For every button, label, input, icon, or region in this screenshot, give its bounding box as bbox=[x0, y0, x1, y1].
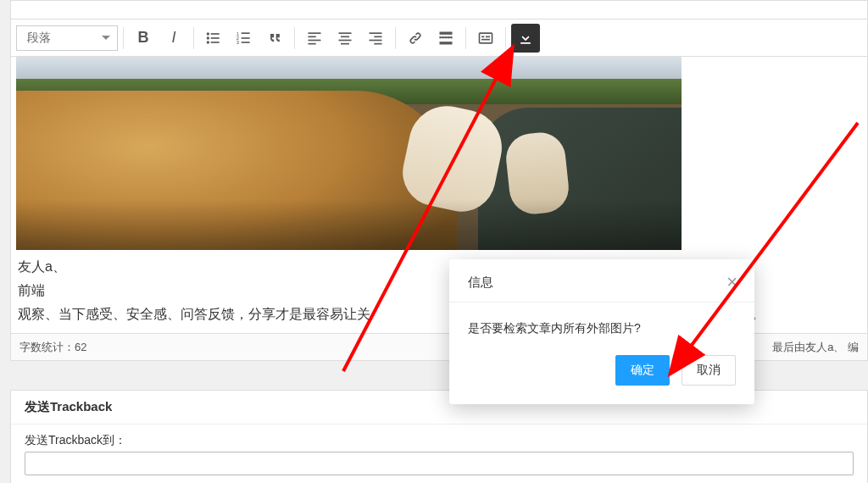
dialog-close-button[interactable]: × bbox=[726, 273, 737, 291]
list-ul-icon bbox=[205, 30, 222, 47]
align-right-icon bbox=[367, 30, 384, 47]
align-right-button[interactable] bbox=[361, 24, 390, 53]
trackback-field-label: 发送Trackback到： bbox=[25, 433, 854, 448]
svg-text:3: 3 bbox=[236, 39, 239, 44]
italic-button[interactable]: I bbox=[159, 24, 188, 53]
ordered-list-button[interactable]: 123 bbox=[230, 24, 259, 53]
toolbar-separator bbox=[505, 27, 506, 49]
align-center-button[interactable] bbox=[331, 24, 359, 53]
svg-rect-30 bbox=[486, 36, 490, 37]
link-icon bbox=[407, 30, 424, 47]
dialog-message: 是否要检索文章内所有外部图片? bbox=[449, 303, 754, 343]
align-left-button[interactable] bbox=[300, 24, 329, 53]
align-left-icon bbox=[306, 30, 323, 47]
svg-rect-24 bbox=[440, 31, 453, 34]
svg-rect-13 bbox=[309, 36, 316, 37]
bold-button[interactable]: B bbox=[129, 24, 158, 53]
dialog-cancel-button[interactable]: 取消 bbox=[682, 355, 736, 386]
confirm-dialog: 信息 × 是否要检索文章内所有外部图片? 确定 取消 bbox=[449, 259, 754, 404]
format-select-label: 段落 bbox=[27, 31, 51, 46]
svg-rect-19 bbox=[341, 42, 349, 44]
download-icon bbox=[517, 30, 534, 47]
svg-point-4 bbox=[207, 41, 209, 43]
editor-toolbar: 段落 B I 123 bbox=[11, 19, 867, 57]
toolbar-row-upper bbox=[11, 1, 867, 19]
svg-rect-3 bbox=[211, 37, 220, 39]
toolbar-separator bbox=[294, 27, 295, 49]
close-icon: × bbox=[726, 271, 737, 292]
svg-rect-15 bbox=[309, 42, 316, 44]
toolbar-separator bbox=[193, 27, 194, 49]
shortcode-icon bbox=[477, 30, 494, 47]
last-edited-by: 最后由友人a、 编 bbox=[772, 340, 859, 355]
dialog-title: 信息 bbox=[468, 275, 493, 291]
svg-rect-1 bbox=[211, 33, 220, 35]
svg-rect-17 bbox=[341, 36, 349, 37]
svg-rect-16 bbox=[339, 32, 352, 34]
word-count: 字数统计：62 bbox=[19, 340, 86, 355]
trackback-url-input[interactable] bbox=[25, 452, 854, 475]
toolbar-separator bbox=[123, 27, 124, 49]
quote-icon bbox=[266, 30, 283, 47]
svg-rect-9 bbox=[242, 37, 250, 39]
read-more-icon bbox=[437, 30, 454, 47]
content-image[interactable] bbox=[16, 57, 682, 250]
unordered-list-button[interactable] bbox=[199, 24, 228, 53]
format-select[interactable]: 段落 bbox=[16, 25, 118, 51]
svg-rect-29 bbox=[481, 36, 484, 37]
svg-rect-20 bbox=[370, 32, 382, 34]
svg-point-2 bbox=[207, 36, 209, 39]
svg-rect-7 bbox=[242, 32, 250, 34]
svg-rect-12 bbox=[309, 32, 321, 34]
svg-rect-31 bbox=[481, 38, 490, 40]
svg-rect-5 bbox=[211, 42, 220, 43]
insert-more-button[interactable] bbox=[431, 24, 460, 53]
svg-rect-28 bbox=[480, 33, 492, 43]
svg-rect-23 bbox=[374, 42, 381, 44]
insert-link-button[interactable] bbox=[401, 24, 430, 53]
dialog-ok-button[interactable]: 确定 bbox=[615, 355, 670, 386]
svg-rect-22 bbox=[370, 39, 382, 41]
toolbar-separator bbox=[465, 27, 466, 49]
short-code-button[interactable] bbox=[471, 24, 500, 53]
svg-rect-21 bbox=[374, 36, 381, 37]
toolbar-separator bbox=[395, 27, 396, 49]
chevron-down-icon bbox=[102, 36, 110, 40]
svg-rect-18 bbox=[339, 39, 352, 41]
download-external-images-button[interactable] bbox=[511, 24, 540, 53]
svg-rect-11 bbox=[242, 42, 250, 43]
svg-point-0 bbox=[207, 32, 209, 35]
blockquote-button[interactable] bbox=[260, 24, 289, 53]
list-ol-icon: 123 bbox=[236, 30, 253, 47]
svg-rect-27 bbox=[440, 42, 453, 44]
svg-rect-14 bbox=[309, 39, 321, 41]
align-center-icon bbox=[337, 30, 353, 47]
